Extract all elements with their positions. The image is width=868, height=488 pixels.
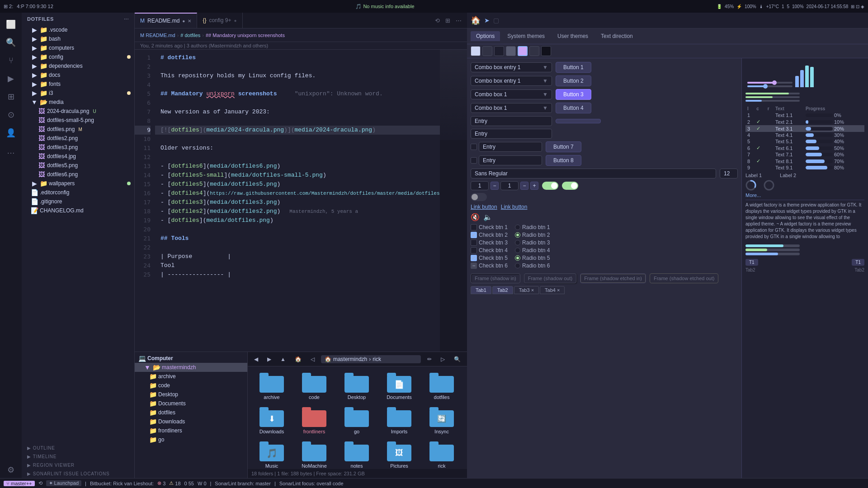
activity-git[interactable]: ⑂ <box>3 52 19 69</box>
status-sync-btn[interactable]: ⟲ <box>38 480 42 486</box>
list-row-1[interactable]: 1Text 1.1 0% <box>745 112 864 118</box>
tree-item-dotfiles4[interactable]: 🖼 dotfiles4.jpg <box>22 152 134 161</box>
gtk-frame-btn[interactable]: ▢ <box>493 17 499 24</box>
sidebar-menu-btn[interactable]: ··· <box>124 16 129 22</box>
file-item-desktop[interactable]: Desktop <box>336 370 377 403</box>
fm-tree-go[interactable]: 📁 go <box>135 435 247 444</box>
gtk-radio-1[interactable]: Radio btn 1 <box>515 224 550 230</box>
gtk-toggle-3[interactable] <box>471 193 487 201</box>
more-btn[interactable]: ⋯ <box>454 16 463 25</box>
gtk-t1-right[interactable]: T1 <box>852 259 864 266</box>
list-row-5[interactable]: 5Text 5.1 40% <box>745 138 864 145</box>
gtk-link-2[interactable]: Link button <box>501 204 528 210</box>
activity-explorer[interactable]: ⬜ <box>3 16 19 33</box>
fm-tree-documents[interactable]: 📁 Documents <box>135 399 247 408</box>
scale-bar-1[interactable] <box>747 82 793 84</box>
fm-tree-code[interactable]: 📁 code <box>135 381 247 390</box>
file-item-insync[interactable]: 🔄 Insync <box>421 404 462 437</box>
file-item-documents[interactable]: 📄 Documents <box>379 370 420 403</box>
gtk-btn-1[interactable]: Button 1 <box>556 62 591 73</box>
checkbox-2[interactable]: ✓ <box>471 232 477 238</box>
scale-bar-2[interactable] <box>747 85 793 87</box>
list-row-8[interactable]: 8✓Text 8.1 70% <box>745 158 864 164</box>
checkbox-5[interactable]: ✓ <box>471 255 477 261</box>
tree-item-changelog[interactable]: 📝 CHANGELOG.md <box>22 206 134 215</box>
tree-item-fonts[interactable]: ▶ 📁 fonts <box>22 80 134 89</box>
list-row-6[interactable]: 6✓Text 6.1 50% <box>745 145 864 151</box>
activity-settings[interactable]: ⚙ <box>3 462 19 478</box>
file-item-notes[interactable]: notes <box>336 439 377 469</box>
scale-bar-more3[interactable] <box>745 100 800 102</box>
scale-bar-more[interactable] <box>745 93 800 94</box>
gtk-tab-system[interactable]: System themes <box>502 31 550 41</box>
fm-prev-btn[interactable]: ◁ <box>308 355 317 363</box>
radio-5[interactable] <box>515 255 520 261</box>
file-item-downloads[interactable]: ⬇ Downloads <box>251 404 292 437</box>
file-item-go[interactable]: go <box>336 404 377 437</box>
activity-remote[interactable]: ⊙ <box>3 107 19 123</box>
gtk-btn-4[interactable]: Button 4 <box>556 103 591 113</box>
radio-2[interactable] <box>515 232 520 238</box>
swatch-darker[interactable] <box>494 46 504 56</box>
gtk-radio-5[interactable]: Radio btn 5 <box>515 255 550 261</box>
fm-tree-desktop[interactable]: 📁 Desktop <box>135 390 247 399</box>
gtk-entry-4[interactable]: Entry <box>479 155 542 165</box>
gtk-audio-mute[interactable]: 🔇 <box>471 213 480 221</box>
tab-config[interactable]: {} config 9+ ● <box>197 13 242 28</box>
swatch-black[interactable] <box>541 46 551 56</box>
list-row-7[interactable]: 7Text 7.1 60% <box>745 151 864 158</box>
gtk-font-selector[interactable]: Sans Regular <box>471 169 716 178</box>
checkbox-1[interactable] <box>471 224 477 230</box>
fm-home-btn[interactable]: 🏠 <box>292 355 304 363</box>
radio-6[interactable] <box>515 263 520 268</box>
file-item-pictures[interactable]: 🖼 Pictures <box>379 439 420 469</box>
tree-item-dotfiles3[interactable]: 🖼 dotfiles3.png <box>22 143 134 152</box>
gtk-radio-6[interactable]: Radio btn 6 <box>515 263 550 269</box>
fm-tree-computer[interactable]: 💻 Computer <box>135 354 247 363</box>
gtk-tab2-right[interactable]: Tab2 <box>854 267 864 272</box>
gtk-check-6[interactable]: − Check btn 6 <box>471 263 508 269</box>
gtk-forward-btn[interactable]: ➤ <box>484 17 490 24</box>
swatch-gray[interactable] <box>506 46 516 56</box>
tab-close-btn[interactable]: ● <box>182 19 185 23</box>
checkbox-box[interactable] <box>471 144 477 150</box>
gtk-btn-7[interactable]: Button 7 <box>546 141 581 152</box>
gtk-link-1[interactable]: Link button <box>471 204 497 210</box>
gtk-spin-input-1[interactable]: 1 <box>471 181 489 190</box>
gtk-t1-left[interactable]: T1 <box>745 259 758 266</box>
fm-tree-dotfiles[interactable]: 📁 dotfiles <box>135 408 247 417</box>
fm-back-btn[interactable]: ◀ <box>251 355 261 363</box>
gtk-tab-options[interactable]: Options <box>471 31 500 41</box>
gtk-btn-8[interactable]: Button 8 <box>546 155 581 166</box>
tree-item-vscode[interactable]: ▶ 📁 .vscode <box>22 25 134 34</box>
breadcrumb-dotfiles[interactable]: # dotfiles <box>180 33 200 38</box>
gtk-btn-wide-5[interactable] <box>556 119 601 123</box>
swatch-dark[interactable] <box>482 46 492 56</box>
gtk-spin-plus-2[interactable]: + <box>530 182 538 190</box>
gtk-combo-4[interactable]: Combo box 1 ▼ <box>471 103 552 113</box>
file-item-music[interactable]: 🎵 Music <box>251 439 292 469</box>
checkbox-4[interactable] <box>471 247 477 253</box>
gtk-entry-2[interactable]: Entry <box>471 129 552 139</box>
tree-item-dotfiles6[interactable]: 🖼 dotfiles6.png <box>22 170 134 179</box>
gtk-toggle-2[interactable] <box>562 182 578 190</box>
gtk-radio-3[interactable]: Radio btn 3 <box>515 239 550 246</box>
fm-tree-downloads[interactable]: 📁 Downloads <box>135 417 247 426</box>
gtk-tab-tab3[interactable]: Tab3 × <box>514 286 539 294</box>
checkbox-3[interactable] <box>471 239 477 246</box>
gtk-entry-3[interactable]: Entry <box>479 142 542 152</box>
gtk-check-3[interactable]: Check btn 3 <box>471 239 508 246</box>
tab-close-btn2[interactable]: ● <box>234 18 236 23</box>
activity-debug[interactable]: ▶ <box>3 70 19 87</box>
radio-3[interactable] <box>515 240 520 245</box>
tree-item-bash[interactable]: ▶ 📁 bash <box>22 34 134 43</box>
toggle-btn[interactable]: ⊞ <box>443 16 452 25</box>
gtk-tab2-left[interactable]: Tab2 <box>745 267 755 272</box>
tree-item-docs[interactable]: ▶ 📁 docs <box>22 70 134 80</box>
list-row-3[interactable]: 3✓Text 3.1 20% <box>745 125 864 132</box>
region-viewer-section[interactable]: ▶ REGION VIEWER <box>22 461 134 469</box>
breadcrumb-screenshots[interactable]: ## Mandatory unixporn screenshots <box>206 33 285 38</box>
tree-item-dotfiles[interactable]: 🖼 dotfiles.png M <box>22 125 134 134</box>
activity-extensions[interactable]: ⊞ <box>3 89 19 105</box>
gtk-tab-text-dir[interactable]: Text direction <box>595 31 638 41</box>
